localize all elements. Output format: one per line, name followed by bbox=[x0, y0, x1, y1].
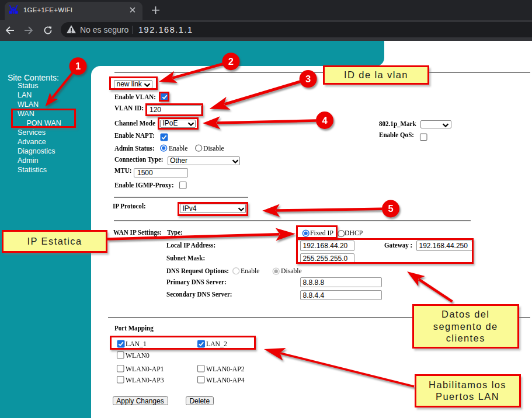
svg-text:2: 2 bbox=[228, 56, 234, 67]
svg-text:4: 4 bbox=[322, 115, 328, 126]
svg-text:3: 3 bbox=[305, 74, 311, 84]
svg-text:5: 5 bbox=[388, 203, 393, 214]
svg-text:1: 1 bbox=[75, 61, 81, 71]
